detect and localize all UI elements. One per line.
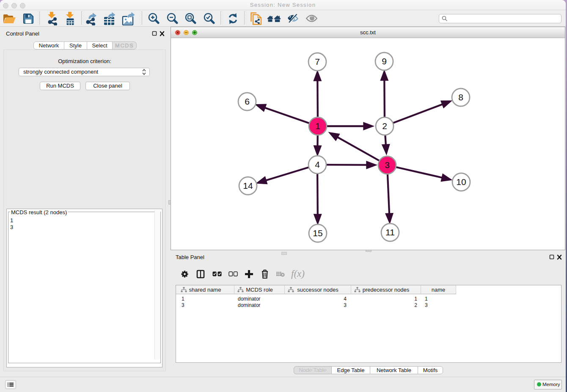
svg-text:1: 1 xyxy=(315,121,320,131)
svg-text:6: 6 xyxy=(245,97,250,106)
svg-text:4: 4 xyxy=(315,160,320,169)
svg-text:11: 11 xyxy=(385,227,395,237)
svg-text:8: 8 xyxy=(458,92,463,102)
svg-text:14: 14 xyxy=(243,181,253,190)
svg-text:15: 15 xyxy=(313,228,322,238)
svg-text:9: 9 xyxy=(382,56,387,66)
svg-text:3: 3 xyxy=(385,160,390,170)
svg-text:7: 7 xyxy=(315,57,320,66)
svg-text:10: 10 xyxy=(456,177,466,187)
svg-text:2: 2 xyxy=(382,121,387,131)
